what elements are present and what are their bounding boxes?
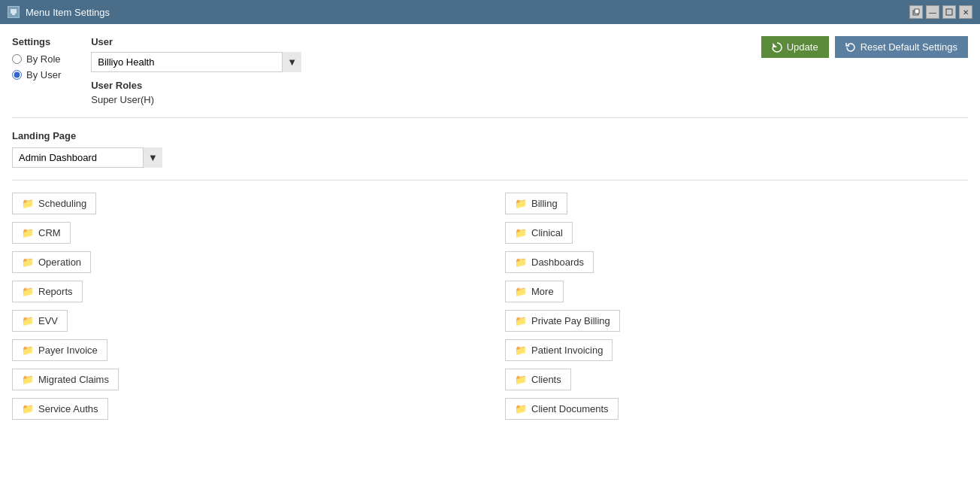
menu-item-label: Patient Invoicing <box>531 345 603 356</box>
settings-user-area: Settings By Role By User User <box>12 36 301 105</box>
update-icon <box>772 42 782 53</box>
menu-item-dashboards[interactable]: 📁Dashboards <box>505 251 594 273</box>
folder-icon: 📁 <box>22 227 34 238</box>
menu-item-billing[interactable]: 📁Billing <box>505 193 567 214</box>
folder-icon: 📁 <box>515 286 527 297</box>
menu-item-label: EVV <box>38 315 58 326</box>
update-label: Update <box>787 41 818 53</box>
maximize-button[interactable] <box>942 5 956 19</box>
user-roles-value: Super User(H) <box>91 94 301 105</box>
menu-item-evv[interactable]: 📁EVV <box>12 310 68 332</box>
menu-item-label: Dashboards <box>531 257 584 268</box>
folder-icon: 📁 <box>22 345 34 356</box>
by-role-input[interactable] <box>12 54 22 64</box>
menu-item-clinical[interactable]: 📁Clinical <box>505 222 573 244</box>
user-label: User <box>91 36 301 47</box>
title-bar-left: Menu Item Settings <box>8 6 110 18</box>
folder-icon: 📁 <box>22 198 34 209</box>
landing-select-wrapper: Admin Dashboard ▼ <box>12 147 162 168</box>
landing-page-label: Landing Page <box>12 130 968 141</box>
reset-icon <box>845 42 856 53</box>
close-button[interactable]: ✕ <box>959 5 972 19</box>
svg-rect-0 <box>11 9 17 14</box>
main-content: Settings By Role By User User <box>0 24 980 504</box>
title-bar: Menu Item Settings — ✕ <box>0 0 980 24</box>
folder-icon: 📁 <box>22 257 34 268</box>
folder-icon: 📁 <box>515 315 527 326</box>
menu-item-label: Migrated Claims <box>38 374 109 385</box>
menu-item-clients[interactable]: 📁Clients <box>505 369 571 390</box>
menu-item-scheduling[interactable]: 📁Scheduling <box>12 193 96 214</box>
landing-page-select[interactable]: Admin Dashboard <box>12 147 162 168</box>
menu-item-label: Clinical <box>531 227 563 238</box>
menu-item-label: Payer Invoice <box>38 345 98 356</box>
by-role-label: By Role <box>26 53 61 65</box>
window-controls[interactable]: — ✕ <box>909 5 972 19</box>
svg-rect-3 <box>915 9 919 14</box>
folder-icon: 📁 <box>515 198 527 209</box>
by-role-radio[interactable]: By Role <box>12 53 61 65</box>
restore-button[interactable] <box>909 5 923 19</box>
menu-item-private-pay-billing[interactable]: 📁Private Pay Billing <box>505 310 620 332</box>
by-user-input[interactable] <box>12 70 22 80</box>
folder-icon: 📁 <box>515 227 527 238</box>
update-button[interactable]: Update <box>761 36 829 58</box>
menu-item-label: Service Auths <box>38 403 98 414</box>
app-icon <box>8 6 20 18</box>
menu-item-label: Scheduling <box>38 198 86 209</box>
svg-rect-1 <box>12 14 15 15</box>
menu-item-label: Clients <box>531 374 561 385</box>
menu-item-more[interactable]: 📁More <box>505 281 564 302</box>
settings-radio-group: By Role By User <box>12 53 61 80</box>
reset-button[interactable]: Reset Default Settings <box>835 36 968 58</box>
menu-item-label: Client Documents <box>531 403 609 414</box>
menu-item-client-documents[interactable]: 📁Client Documents <box>505 398 619 420</box>
folder-icon: 📁 <box>515 345 527 356</box>
menu-item-patient-invoicing[interactable]: 📁Patient Invoicing <box>505 339 612 361</box>
menu-item-label: Private Pay Billing <box>531 315 610 326</box>
window-title: Menu Item Settings <box>26 7 110 18</box>
top-section: Settings By Role By User User <box>12 36 968 105</box>
menu-item-crm[interactable]: 📁CRM <box>12 222 71 244</box>
settings-label: Settings <box>12 36 61 47</box>
folder-icon: 📁 <box>515 257 527 268</box>
user-section: User Billiyo Health ▼ User Roles Super U… <box>91 36 301 105</box>
user-roles-label: User Roles <box>91 80 301 91</box>
menu-item-payer-invoice[interactable]: 📁Payer Invoice <box>12 339 107 361</box>
folder-icon: 📁 <box>22 403 34 414</box>
svg-rect-4 <box>946 9 952 15</box>
folder-icon: 📁 <box>515 403 527 414</box>
menu-item-reports[interactable]: 📁Reports <box>12 281 83 302</box>
settings-section: Settings By Role By User <box>12 36 61 80</box>
menu-item-label: Operation <box>38 257 81 268</box>
menu-item-label: More <box>531 286 554 297</box>
menu-item-label: Reports <box>38 286 73 297</box>
menu-item-migrated-claims[interactable]: 📁Migrated Claims <box>12 369 119 390</box>
menu-item-service-auths[interactable]: 📁Service Auths <box>12 398 108 420</box>
user-select-wrapper: Billiyo Health ▼ <box>91 52 301 72</box>
divider-1 <box>12 117 968 118</box>
by-user-radio[interactable]: By User <box>12 69 61 80</box>
menu-items-grid: 📁Scheduling📁Billing📁CRM📁Clinical📁Operati… <box>12 193 968 420</box>
menu-item-label: Billing <box>531 198 558 209</box>
folder-icon: 📁 <box>515 374 527 385</box>
folder-icon: 📁 <box>22 315 34 326</box>
user-select[interactable]: Billiyo Health <box>91 52 301 72</box>
folder-icon: 📁 <box>22 286 34 297</box>
menu-item-label: CRM <box>38 227 61 238</box>
reset-label: Reset Default Settings <box>861 41 957 53</box>
action-buttons: Update Reset Default Settings <box>761 36 968 58</box>
menu-item-operation[interactable]: 📁Operation <box>12 251 91 273</box>
by-user-label: By User <box>26 69 61 80</box>
minimize-button[interactable]: — <box>926 5 939 19</box>
folder-icon: 📁 <box>22 374 34 385</box>
divider-2 <box>12 180 968 181</box>
landing-page-section: Landing Page Admin Dashboard ▼ <box>12 130 968 168</box>
